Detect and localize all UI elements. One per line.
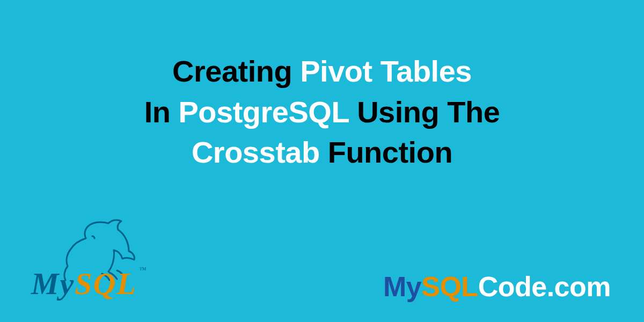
title-word-creating: Creating bbox=[172, 54, 292, 88]
title-word-using-the: Using The bbox=[357, 95, 500, 129]
title-word-pivot-tables: Pivot Tables bbox=[300, 54, 472, 88]
site-url-part-my: My bbox=[383, 271, 421, 302]
mysql-logo: MySQL™ bbox=[31, 221, 171, 307]
site-url-part-code: Code.com bbox=[478, 271, 611, 302]
site-url-part-sql: SQL bbox=[421, 271, 478, 302]
title-word-in: In bbox=[144, 95, 171, 129]
logo-text-sql: SQL bbox=[75, 266, 137, 301]
logo-text-my: My bbox=[31, 266, 75, 301]
trademark-symbol: ™ bbox=[139, 266, 148, 274]
title-word-function: Function bbox=[328, 135, 452, 169]
mysql-wordmark: MySQL™ bbox=[31, 266, 148, 302]
title-word-postgresql: PostgreSQL bbox=[178, 95, 349, 129]
page-title: Creating Pivot Tables In PostgreSQL Usin… bbox=[54, 51, 590, 173]
title-word-crosstab: Crosstab bbox=[192, 135, 320, 169]
site-url: MySQLCode.com bbox=[383, 270, 611, 303]
